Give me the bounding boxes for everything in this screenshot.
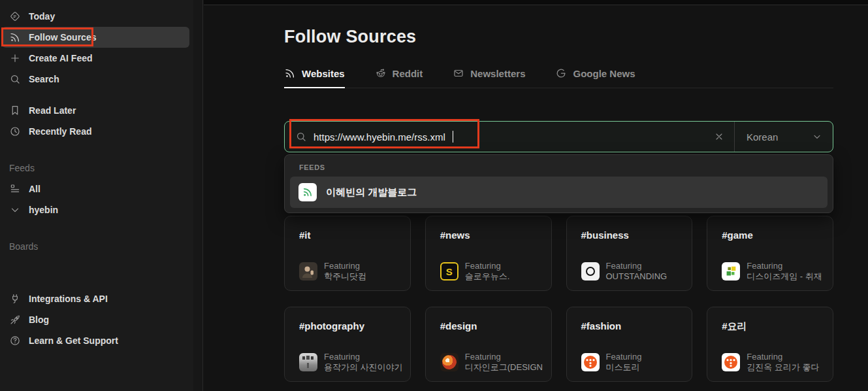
clear-search-button[interactable]	[704, 131, 734, 142]
sidebar-item-all-feeds[interactable]: All	[2, 178, 189, 199]
plug-icon	[9, 293, 21, 305]
search-input[interactable]: https://www.hyebin.me/rss.xml	[285, 131, 704, 143]
source-favicon	[722, 353, 740, 371]
topic-tag: #요리	[722, 320, 818, 333]
sidebar-item-label: Follow Sources	[29, 32, 96, 42]
sidebar-item-integrations-api[interactable]: Integrations & API	[2, 288, 189, 309]
language-selected-value: Korean	[747, 131, 778, 143]
source-name: 용작가의 사진이야기	[324, 362, 403, 373]
tab-newsletters[interactable]: Newsletters	[453, 67, 525, 88]
topic-card-it[interactable]: #it Featuring 학주니닷컴	[284, 216, 411, 291]
topic-card-photography[interactable]: #photography Featuring 용작가의 사진이야기	[284, 307, 411, 382]
feed-suggestion-item[interactable]: 이혜빈의 개발블로그	[290, 177, 828, 208]
source-name: 미스토리	[606, 362, 642, 373]
sidebar-item-search[interactable]: Search	[2, 69, 189, 90]
source-favicon	[299, 353, 317, 371]
sidebar-item-label: hyebin	[29, 205, 58, 215]
topic-tag: #it	[299, 230, 396, 241]
google-g-icon	[555, 67, 567, 79]
list-icon	[9, 183, 21, 195]
sidebar-item-label: Recently Read	[29, 126, 91, 137]
featuring-label: Featuring	[465, 261, 510, 271]
close-icon	[714, 131, 724, 142]
topic-tag: #fashion	[581, 320, 678, 332]
reddit-icon	[375, 67, 387, 79]
topic-tag: #business	[581, 230, 678, 241]
topic-tag: #photography	[299, 320, 396, 332]
plus-icon	[9, 52, 21, 64]
source-name: 슬로우뉴스.	[465, 271, 510, 282]
search-icon	[295, 131, 307, 143]
topic-card-cooking[interactable]: #요리 Featuring 김진옥 요리가 좋다	[707, 307, 833, 382]
source-favicon	[581, 262, 600, 280]
rocket-icon	[9, 314, 21, 326]
source-type-tabs: Websites Reddit Newsletters Google News	[284, 67, 833, 88]
clock-icon	[9, 126, 21, 137]
tab-google-news[interactable]: Google News	[555, 67, 635, 88]
tab-label: Google News	[573, 68, 635, 79]
source-name: 디자인로그(DESIGN	[465, 362, 543, 373]
mail-icon	[453, 67, 464, 79]
sidebar-item-read-later[interactable]: Read Later	[2, 100, 189, 121]
feeds-section-label: Feeds	[0, 162, 202, 175]
topic-card-fashion[interactable]: #fashion Featuring 미스토리	[566, 307, 693, 382]
sidebar-item-label: Search	[29, 74, 59, 84]
sidebar-item-label: Create AI Feed	[29, 53, 93, 63]
featuring-label: Featuring	[324, 352, 403, 362]
today-icon	[9, 10, 21, 22]
question-circle-icon	[9, 335, 21, 347]
sidebar-item-label: All	[29, 184, 40, 194]
topic-cards-grid: #it Featuring 학주니닷컴 #news S Featurin	[284, 216, 833, 382]
topic-card-news[interactable]: #news S Featuring 슬로우뉴스.	[425, 216, 552, 291]
source-name: OUTSTANDING	[606, 271, 667, 282]
sidebar-item-label: Learn & Get Support	[29, 335, 118, 346]
sidebar-edge	[193, 0, 202, 391]
topic-tag: #design	[440, 320, 537, 332]
rss-icon	[284, 67, 296, 79]
rss-icon	[9, 31, 21, 43]
sidebar-item-learn-support[interactable]: Learn & Get Support	[2, 330, 189, 351]
topic-card-business[interactable]: #business Featuring OUTSTANDING	[566, 216, 693, 291]
topic-card-game[interactable]: #game Featuring 디스이즈게임 - 취재	[707, 216, 833, 291]
topic-card-design[interactable]: #design Featuring 디자인로그(DESIGN	[425, 307, 552, 382]
source-url-searchbar: https://www.hyebin.me/rss.xml Korean	[284, 121, 833, 152]
source-name: 학주니닷컴	[324, 271, 366, 282]
feeds-group-label: FEEDS	[285, 155, 833, 177]
featuring-label: Featuring	[747, 261, 822, 271]
tab-reddit[interactable]: Reddit	[375, 67, 423, 88]
topic-tag: #news	[440, 230, 537, 241]
language-select[interactable]: Korean	[735, 131, 833, 143]
topic-tag: #game	[722, 230, 818, 241]
featuring-label: Featuring	[465, 352, 543, 362]
source-name: 디스이즈게임 - 취재	[747, 271, 822, 282]
main-panel: Follow Sources Websites Reddit Newslette…	[204, 0, 868, 391]
chevron-down-icon	[9, 204, 21, 216]
sidebar: Today Follow Sources Create AI Feed Sear…	[0, 0, 203, 391]
sidebar-item-blog[interactable]: Blog	[2, 309, 189, 330]
search-icon	[9, 73, 21, 85]
tab-label: Newsletters	[470, 68, 525, 79]
featuring-label: Featuring	[606, 261, 667, 271]
sidebar-item-create-ai-feed[interactable]: Create AI Feed	[2, 48, 189, 69]
feed-suggestions-dropdown: FEEDS 이혜빈의 개발블로그	[284, 154, 833, 213]
rss-feed-icon	[298, 183, 317, 201]
sidebar-item-hyebin-folder[interactable]: hyebin	[2, 199, 189, 220]
sidebar-item-label: Read Later	[29, 105, 76, 116]
sidebar-item-follow-sources[interactable]: Follow Sources	[2, 27, 189, 48]
featuring-label: Featuring	[747, 352, 819, 362]
source-favicon	[440, 353, 458, 371]
sidebar-item-recently-read[interactable]: Recently Read	[2, 121, 189, 142]
source-name: 김진옥 요리가 좋다	[747, 362, 819, 373]
source-favicon	[299, 262, 317, 280]
source-favicon	[722, 262, 740, 280]
feed-suggestion-title: 이혜빈의 개발블로그	[326, 186, 417, 199]
search-input-value[interactable]: https://www.hyebin.me/rss.xml	[313, 131, 445, 143]
source-favicon: S	[440, 262, 458, 280]
sidebar-item-today[interactable]: Today	[2, 6, 189, 27]
tab-websites[interactable]: Websites	[284, 67, 345, 88]
page-title: Follow Sources	[284, 27, 833, 47]
featuring-label: Featuring	[324, 261, 366, 271]
tab-label: Reddit	[393, 68, 423, 79]
featuring-label: Featuring	[606, 352, 642, 362]
window-top-strip	[204, 0, 868, 5]
